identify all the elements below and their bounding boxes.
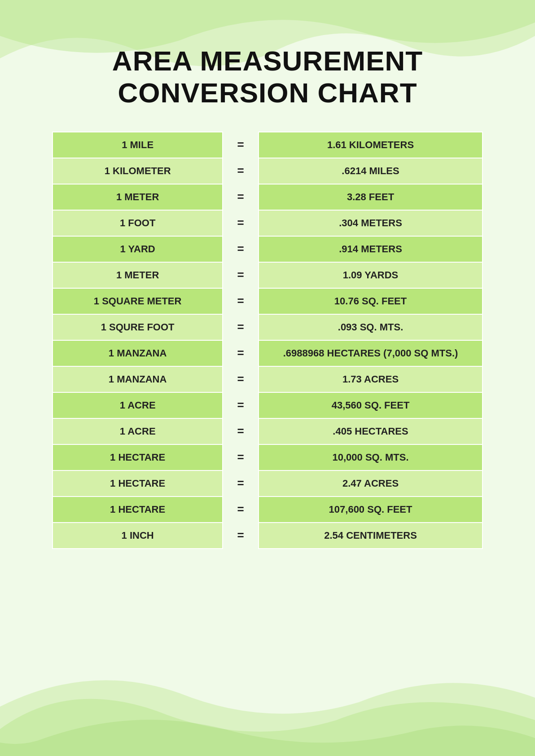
equals-sign: = [223,158,259,184]
equals-sign: = [223,523,259,549]
equals-sign: = [223,366,259,392]
page-content: AREA MEASUREMENT CONVERSION CHART 1 MILE… [0,0,535,549]
from-unit: 1 SQURE FOOT [53,314,223,340]
to-unit: 1.09 YARDS [259,262,482,288]
equals-sign: = [223,184,259,210]
conversion-table: 1 MILE=1.61 KILOMETERS1 KILOMETER=.6214 … [52,132,483,549]
table-row: 1 INCH=2.54 CENTIMETERS [53,523,482,549]
equals-sign: = [223,236,259,262]
to-unit: .093 SQ. MTS. [259,314,482,340]
from-unit: 1 MANZANA [53,366,223,392]
to-unit: .405 HECTARES [259,418,482,444]
from-unit: 1 SQUARE METER [53,288,223,314]
equals-sign: = [223,340,259,366]
from-unit: 1 METER [53,184,223,210]
to-unit: 2.47 ACRES [259,470,482,497]
table-row: 1 YARD=.914 METERS [53,236,482,262]
to-unit: .6988968 HECTARES (7,000 SQ MTS.) [259,340,482,366]
to-unit: .304 METERS [259,210,482,236]
wave-bottom-decoration [0,639,535,756]
page-title: AREA MEASUREMENT CONVERSION CHART [112,45,423,109]
equals-sign: = [223,470,259,497]
table-row: 1 METER=1.09 YARDS [53,262,482,288]
from-unit: 1 FOOT [53,210,223,236]
from-unit: 1 METER [53,262,223,288]
table-row: 1 KILOMETER=.6214 MILES [53,158,482,184]
to-unit: 10.76 SQ. FEET [259,288,482,314]
from-unit: 1 INCH [53,523,223,549]
table-row: 1 HECTARE=107,600 SQ. FEET [53,497,482,523]
from-unit: 1 YARD [53,236,223,262]
equals-sign: = [223,262,259,288]
equals-sign: = [223,210,259,236]
from-unit: 1 HECTARE [53,470,223,497]
to-unit: .914 METERS [259,236,482,262]
to-unit: 3.28 FEET [259,184,482,210]
to-unit: 1.61 KILOMETERS [259,132,482,158]
from-unit: 1 HECTARE [53,497,223,523]
from-unit: 1 KILOMETER [53,158,223,184]
equals-sign: = [223,392,259,418]
table-row: 1 HECTARE=10,000 SQ. MTS. [53,444,482,470]
equals-sign: = [223,418,259,444]
table-row: 1 METER=3.28 FEET [53,184,482,210]
table-row: 1 HECTARE=2.47 ACRES [53,470,482,497]
table-row: 1 MANZANA=.6988968 HECTARES (7,000 SQ MT… [53,340,482,366]
from-unit: 1 MILE [53,132,223,158]
table-row: 1 FOOT=.304 METERS [53,210,482,236]
table-row: 1 ACRE=43,560 SQ. FEET [53,392,482,418]
to-unit: 1.73 ACRES [259,366,482,392]
table-row: 1 MILE=1.61 KILOMETERS [53,132,482,158]
equals-sign: = [223,288,259,314]
table-row: 1 SQUARE METER=10.76 SQ. FEET [53,288,482,314]
equals-sign: = [223,132,259,158]
to-unit: 2.54 CENTIMETERS [259,523,482,549]
equals-sign: = [223,314,259,340]
table-row: 1 MANZANA=1.73 ACRES [53,366,482,392]
to-unit: .6214 MILES [259,158,482,184]
from-unit: 1 ACRE [53,418,223,444]
table-row: 1 ACRE=.405 HECTARES [53,418,482,444]
to-unit: 107,600 SQ. FEET [259,497,482,523]
table-row: 1 SQURE FOOT=.093 SQ. MTS. [53,314,482,340]
to-unit: 43,560 SQ. FEET [259,392,482,418]
from-unit: 1 HECTARE [53,444,223,470]
equals-sign: = [223,497,259,523]
to-unit: 10,000 SQ. MTS. [259,444,482,470]
from-unit: 1 MANZANA [53,340,223,366]
equals-sign: = [223,444,259,470]
from-unit: 1 ACRE [53,392,223,418]
